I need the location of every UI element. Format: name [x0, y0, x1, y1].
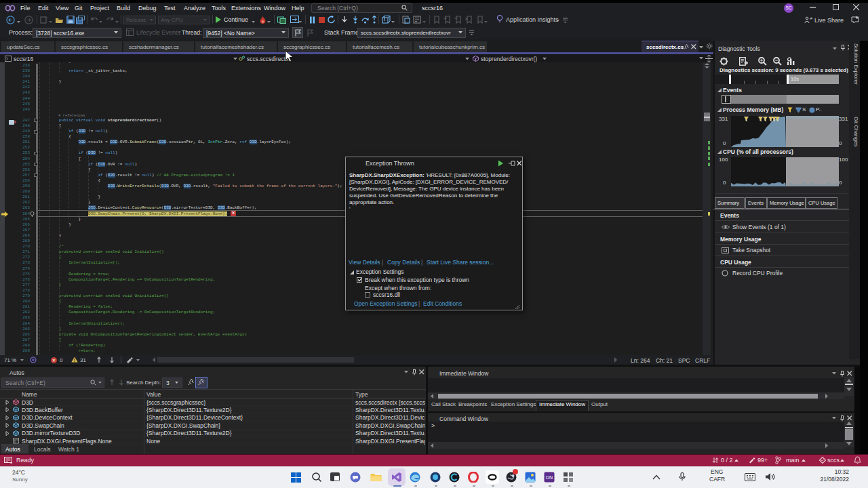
- svg-text:DN: DN: [546, 475, 553, 480]
